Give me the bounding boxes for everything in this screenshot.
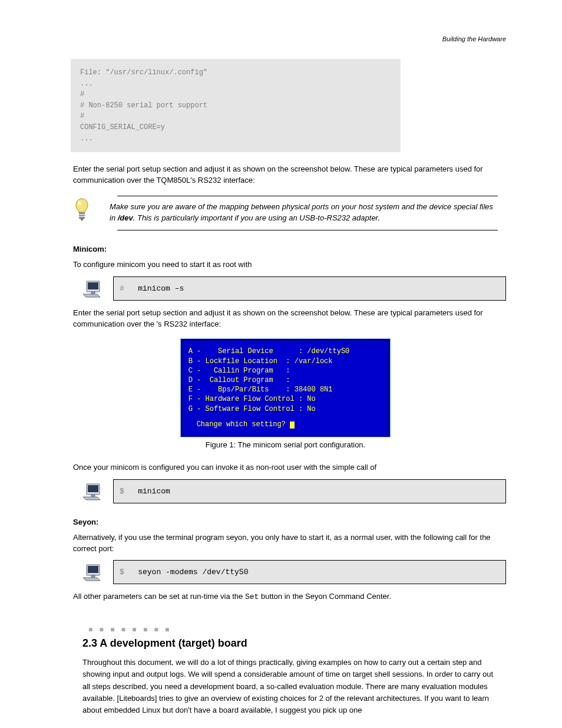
- section-paragraph: Throughout this document, we will do a l…: [82, 657, 498, 716]
- cmd3-prompt: $: [120, 568, 124, 577]
- paragraph-seyon: Alternatively, if you use the terminal p…: [73, 532, 498, 555]
- cmd3-text: seyon -modems /dev/ttyS0: [138, 568, 248, 577]
- cmd1-text: minicom –s: [138, 284, 184, 293]
- svg-rect-5: [88, 282, 98, 289]
- heading-seyon: Seyon:: [73, 518, 498, 526]
- svg-rect-11: [88, 566, 98, 573]
- command-box-3: $ seyon -modems /dev/ttyS0: [113, 560, 506, 584]
- config-snippet: File: "/usr/src/linux/.config" ... # # N…: [71, 59, 401, 152]
- hint-rule-top: [117, 196, 498, 196]
- svg-rect-9: [91, 495, 95, 496]
- svg-rect-2: [79, 215, 85, 216]
- cmd2-prompt: $: [120, 487, 124, 496]
- computer-icon: [82, 564, 103, 584]
- command-box-1: # minicom –s: [113, 276, 506, 301]
- figure-wrap: A - Serial Device : /dev/ttyS0B - Lockfi…: [65, 339, 506, 437]
- minicom-screenshot: A - Serial Device : /dev/ttyS0B - Lockfi…: [181, 339, 391, 437]
- para3-a: All other parameters can be set at run-t…: [73, 592, 245, 601]
- hint-block: Make sure you are aware of the mapping b…: [73, 196, 498, 230]
- command-box-2: $ minicom: [113, 479, 506, 503]
- svg-rect-6: [91, 292, 95, 294]
- svg-rect-8: [88, 485, 98, 492]
- cmd1-prompt: #: [120, 284, 124, 293]
- para3-b: button in the Seyon Command Center.: [259, 592, 391, 601]
- svg-rect-3: [79, 217, 85, 219]
- paragraph-after-cmd1: Enter the serial port setup section and …: [73, 308, 498, 330]
- hint-suffix: . This is particularly important if you …: [133, 213, 380, 222]
- paragraph-intro: Enter the serial port setup section and …: [73, 164, 498, 186]
- para3-code: Set: [245, 592, 259, 601]
- svg-rect-1: [79, 212, 85, 214]
- command-row-1: # minicom –s: [82, 276, 506, 301]
- paragraph-minicom: To configure minicom you need to start i…: [73, 259, 498, 271]
- page-header: Building the Hardware: [65, 35, 506, 42]
- hint-path: /dev: [118, 213, 133, 222]
- section-heading: 2.3 A development (target) board: [82, 637, 506, 650]
- command-row-3: $ seyon -modems /dev/ttyS0: [82, 560, 506, 584]
- lightbulb-icon: [73, 197, 91, 222]
- paragraph-2: Once your minicom is configured you can …: [73, 462, 498, 473]
- computer-icon: [82, 483, 103, 503]
- hint-text: Make sure you are aware of the mapping b…: [110, 199, 498, 224]
- command-row-2: $ minicom: [82, 479, 506, 503]
- heading-minicom: Minicom:: [73, 245, 498, 253]
- paragraph-3: All other parameters can be set at run-t…: [73, 591, 498, 603]
- figure-caption: Figure 1: The minicom serial port config…: [65, 440, 506, 449]
- section-separator: ■ ■ ■ ■ ■ ■ ■ ■: [88, 625, 506, 634]
- hint-rule-bottom: [117, 230, 498, 230]
- cmd2-text: minicom: [138, 487, 170, 496]
- svg-point-0: [78, 201, 81, 206]
- svg-rect-12: [91, 575, 95, 577]
- computer-icon: [82, 280, 103, 300]
